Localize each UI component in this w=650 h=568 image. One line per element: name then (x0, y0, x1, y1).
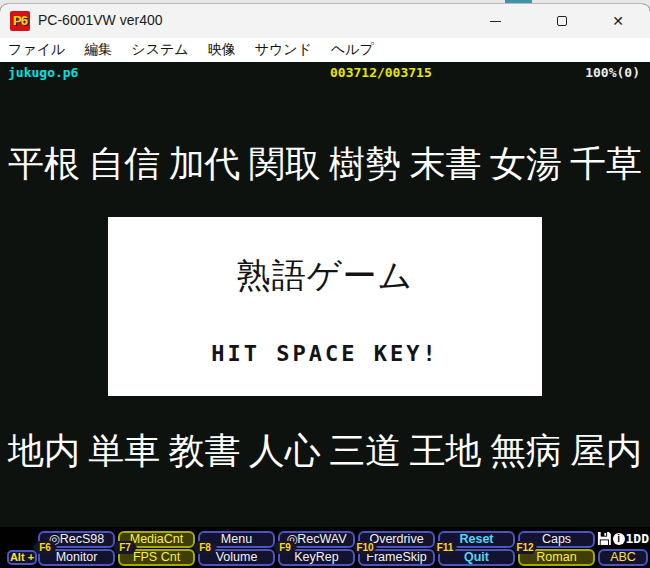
minimize-icon (490, 21, 501, 22)
info-icon: i (613, 533, 625, 545)
minimize-button[interactable] (472, 4, 518, 38)
emulator-window: P6 PC-6001VW ver400 ✕ ファイル 編集 システム 映像 サウ… (0, 4, 650, 568)
menu-sound[interactable]: サウンド (255, 41, 312, 59)
drive-type-label: 1DD (626, 531, 649, 546)
status-bar: jukugo.p6 003712/003715 100%(0) (0, 65, 650, 81)
emulator-screen: jukugo.p6 003712/003715 100%(0) 平根 自信 加代… (0, 62, 650, 527)
menu-file[interactable]: ファイル (8, 41, 65, 59)
word: 平根 (8, 140, 80, 189)
fkey-label-f12: F12 (513, 541, 537, 554)
fkey-label-f8: F8 (193, 541, 217, 554)
fkey-label-f6: F6 (33, 541, 57, 554)
close-icon: ✕ (612, 13, 624, 29)
title-dialog: 熟語ゲーム HIT SPACE KEY! (108, 217, 542, 396)
menu-edit[interactable]: 編集 (84, 41, 112, 59)
start-prompt: HIT SPACE KEY! (108, 341, 542, 366)
menu-system[interactable]: システム (131, 41, 188, 59)
menu-bar: ファイル 編集 システム 映像 サウンド ヘルプ (0, 38, 650, 62)
word: 自信 (88, 140, 160, 189)
bottom-word-row: 地内 単車 教書 人心 三道 王地 無病 屋内 (8, 427, 642, 476)
word: 地内 (8, 427, 80, 476)
menu-video[interactable]: 映像 (208, 41, 236, 59)
status-speed: 100%(0) (585, 65, 640, 80)
floppy-disk-icon[interactable] (597, 531, 612, 546)
word: 樹勢 (329, 140, 401, 189)
window-title: PC-6001VW ver400 (38, 12, 163, 28)
desktop: P6 PC-6001VW ver400 ✕ ファイル 編集 システム 映像 サウ… (0, 0, 650, 568)
fkey-label-f10: F10 (353, 541, 377, 554)
word: 単車 (88, 427, 160, 476)
fkey-label-f11: F11 (433, 541, 457, 554)
maximize-icon (557, 16, 567, 26)
word: 千草 (570, 140, 642, 189)
word: 末書 (409, 140, 481, 189)
function-key-toolbar: Alt + F6 F7 F8 F9 F10 F11 F12 ◎RecS98 Mo… (0, 527, 650, 568)
status-tape-counter: 003712/003715 (330, 65, 432, 80)
word: 屋内 (570, 427, 642, 476)
drive-status-area: i 1DD (597, 530, 649, 547)
word: 加代 (169, 140, 241, 189)
word: 無病 (490, 427, 562, 476)
menu-help[interactable]: ヘルプ (331, 41, 374, 59)
abc-mode-button[interactable]: ABC (598, 549, 648, 566)
word: 王地 (409, 427, 481, 476)
word: 三道 (329, 427, 401, 476)
game-title: 熟語ゲーム (108, 253, 542, 299)
top-word-row: 平根 自信 加代 関取 樹勢 末書 女湯 千草 (8, 140, 642, 189)
fkey-label-f9: F9 (273, 541, 297, 554)
word: 教書 (169, 427, 241, 476)
close-button[interactable]: ✕ (595, 4, 641, 38)
word: 女湯 (490, 140, 562, 189)
title-bar: P6 PC-6001VW ver400 ✕ (0, 4, 650, 38)
fkey-label-f7: F7 (113, 541, 137, 554)
app-icon: P6 (10, 11, 30, 31)
word: 人心 (249, 427, 321, 476)
maximize-button[interactable] (539, 4, 585, 38)
status-filename: jukugo.p6 (8, 65, 78, 80)
word: 関取 (249, 140, 321, 189)
alt-modifier-button[interactable]: Alt + (7, 550, 37, 565)
